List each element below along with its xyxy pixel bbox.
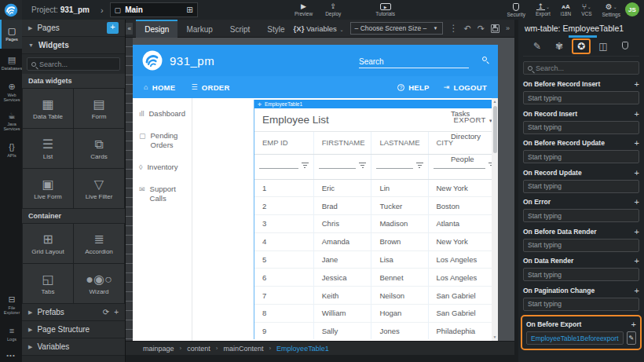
- styles-tab-palette-icon[interactable]: ✾: [550, 41, 569, 52]
- app-search-input[interactable]: [359, 56, 469, 68]
- events-search-input[interactable]: [536, 64, 635, 72]
- search-icon[interactable]: [482, 57, 487, 61]
- app-sidebar-item[interactable]: ✉ Support Calls: [139, 185, 185, 203]
- app-sidebar-item[interactable]: ◊ Inventory: [139, 163, 185, 172]
- editor-tab[interactable]: Design: [136, 20, 177, 38]
- table-row[interactable]: 4 Amanda Brown New York: [254, 232, 498, 250]
- breadcrumb-item[interactable]: mainContent: [223, 345, 263, 353]
- filter-icon[interactable]: [302, 163, 309, 168]
- event-handler-input[interactable]: [528, 94, 635, 102]
- events-tab-icon[interactable]: ✪: [572, 38, 591, 54]
- nav-order[interactable]: ☰ ORDER: [191, 83, 229, 92]
- rail-item[interactable]: ▢ Pages: [0, 20, 22, 49]
- nav-home[interactable]: ⌂ HOME: [144, 83, 175, 92]
- variables-section-header[interactable]: ▶ Variables: [22, 338, 125, 356]
- edit-handler-button[interactable]: ✎: [627, 331, 636, 345]
- kebab-menu-icon[interactable]: ⋮: [449, 23, 458, 34]
- scroll-down-icon[interactable]: ▼: [492, 334, 498, 341]
- table-row[interactable]: 6 Jessica Bennet Los Angeles: [254, 269, 498, 287]
- filter-input[interactable]: [259, 159, 298, 169]
- event-handler-link[interactable]: EmployeeTable1Beforeexport: [526, 331, 624, 345]
- rail-item[interactable]: ☕ Java Services: [0, 107, 22, 136]
- collapse-panel-button[interactable]: «: [126, 23, 133, 35]
- add-event-icon[interactable]: +: [635, 257, 639, 265]
- widget-tile[interactable]: ≣ Accordion: [74, 224, 124, 263]
- table-row[interactable]: 3 Chris Madison Atlanta: [254, 215, 498, 233]
- add-event-icon[interactable]: +: [635, 110, 639, 118]
- add-prefab-icon[interactable]: +: [114, 308, 119, 316]
- widget-tile[interactable]: ▣ Live Form: [23, 169, 73, 208]
- widget-search-input[interactable]: [39, 60, 115, 68]
- widget-tile[interactable]: ⧉ Cards: [74, 129, 124, 168]
- filter-input[interactable]: [376, 159, 412, 169]
- app-link[interactable]: Directory: [451, 132, 488, 141]
- redo-icon[interactable]: ↷: [478, 24, 485, 34]
- page-selector[interactable]: ▢ Main ⊞: [110, 2, 198, 17]
- editor-tab[interactable]: Script: [221, 20, 259, 38]
- table-row[interactable]: 2 Brad Tucker Boston: [254, 197, 498, 215]
- breadcrumb-item[interactable]: content: [187, 345, 210, 353]
- settings-button[interactable]: ⚙⌄ Settings: [602, 0, 621, 20]
- vcs-button[interactable]: ⑂⌄ VCS: [581, 0, 591, 20]
- wavemaker-logo[interactable]: [0, 0, 22, 20]
- table-row[interactable]: 1 Eric Lin New York: [254, 179, 498, 197]
- screen-size-select[interactable]: – Choose Screen Size – ▼: [350, 22, 443, 35]
- rail-item[interactable]: ▤ Databases: [0, 49, 22, 78]
- event-handler-input[interactable]: [528, 212, 635, 220]
- rail-item[interactable]: ⊟ File Explorer: [0, 291, 22, 320]
- more-options-icon[interactable]: •••: [0, 352, 22, 359]
- rail-item[interactable]: ≡ Logs: [0, 320, 22, 349]
- event-handler-input[interactable]: [528, 123, 635, 131]
- table-row[interactable]: 7 Keith Neilson San Gabriel: [254, 287, 498, 305]
- event-handler-input[interactable]: [528, 300, 635, 308]
- app-sidebar-item[interactable]: ıll Dashboard: [139, 109, 185, 119]
- scrollbar-thumb[interactable]: [493, 106, 497, 153]
- security-button[interactable]: Security: [507, 0, 525, 20]
- app-link[interactable]: Tasks: [451, 109, 488, 118]
- event-handler-input[interactable]: [528, 153, 635, 161]
- filter-icon[interactable]: [416, 163, 423, 168]
- widget-selection-tag[interactable]: ✛ EmployeeTable1: [254, 100, 498, 108]
- app-link[interactable]: People: [451, 155, 488, 163]
- widget-tile[interactable]: ▽ Live Filter: [74, 169, 124, 208]
- export-button[interactable]: ↥⌄ Export: [536, 0, 551, 20]
- column-header[interactable]: LASTNAME: [371, 132, 428, 154]
- scroll-up-icon[interactable]: ▲: [492, 98, 498, 105]
- nav-logout[interactable]: ⇥ LOGOUT: [444, 83, 487, 92]
- table-row[interactable]: 8 William Hogan San Gabriel: [254, 305, 498, 323]
- table-row[interactable]: 9 Sally Jones Philadephia: [254, 322, 498, 339]
- add-event-icon[interactable]: +: [635, 169, 639, 177]
- add-event-icon[interactable]: +: [635, 139, 639, 147]
- variables-dropdown[interactable]: {X} Variables ⌄: [294, 24, 344, 33]
- canvas-vertical-scrollbar[interactable]: ▲ ▼: [492, 98, 498, 341]
- add-event-icon[interactable]: +: [635, 198, 639, 206]
- event-handler-input[interactable]: [528, 271, 635, 279]
- app-sidebar-item[interactable]: ▢ Pending Orders: [139, 131, 185, 150]
- editor-tab[interactable]: Markup: [177, 20, 221, 38]
- widget-tile[interactable]: ▤ Form: [74, 89, 124, 128]
- undo-icon[interactable]: ↶: [464, 24, 471, 34]
- save-icon[interactable]: [491, 24, 499, 33]
- widget-tile[interactable]: ◱ Tabs: [23, 264, 73, 303]
- filter-input[interactable]: [319, 159, 357, 169]
- widget-tile[interactable]: ▦ Data Table: [23, 89, 73, 128]
- breadcrumb-current[interactable]: EmployeeTable1: [276, 345, 329, 353]
- widget-tile[interactable]: ☰ List: [23, 129, 73, 168]
- page-structure-section-header[interactable]: ▶ Page Structure: [22, 321, 125, 338]
- widget-tile[interactable]: ⊞ Grid Layout: [23, 224, 73, 263]
- preview-button[interactable]: ▶ Preview: [295, 0, 313, 20]
- rail-item[interactable]: {} APIs: [0, 136, 22, 165]
- widgets-section-header[interactable]: ▼ Widgets: [22, 37, 125, 54]
- widget-tile[interactable]: ●◉○ Wizard: [74, 264, 124, 303]
- deploy-button[interactable]: ⇪ Deploy: [325, 0, 341, 20]
- add-event-icon[interactable]: +: [635, 287, 639, 294]
- i18n-button[interactable]: ᴀA i18N: [561, 0, 571, 20]
- event-handler-input[interactable]: [528, 241, 635, 249]
- breadcrumb-item[interactable]: mainpage: [143, 345, 174, 353]
- tutorials-button[interactable]: ▶ Tutorials: [375, 0, 395, 20]
- add-event-icon[interactable]: +: [631, 320, 636, 328]
- event-handler-input[interactable]: [528, 182, 635, 190]
- pages-grid-icon[interactable]: ⊞: [186, 5, 192, 14]
- column-header[interactable]: FIRSTNAME: [313, 132, 371, 154]
- add-event-icon[interactable]: +: [635, 228, 639, 236]
